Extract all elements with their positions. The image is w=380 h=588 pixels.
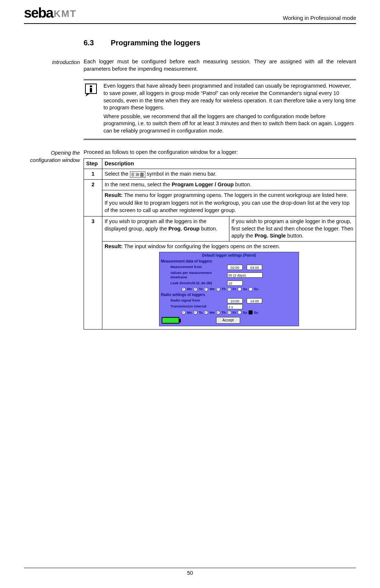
section-number: 6.3	[84, 38, 94, 48]
cw-days-row-2: ✓Mo ✓Tu ✓We ✓Th ✓Fr Sa Su	[159, 310, 299, 316]
col-step: Step	[84, 158, 102, 169]
note-p1: Even loggers that have already been prog…	[103, 82, 356, 111]
logo-seba: seba	[24, 4, 53, 22]
page-header: seba KMT Working in Professional mode	[24, 4, 356, 24]
battery-icon	[162, 317, 179, 324]
cw-radio-from-b: 14:00	[247, 298, 262, 303]
step-2-result: Result: The menu for logger programming …	[102, 190, 356, 216]
step-2-num: 2	[84, 180, 102, 216]
cw-title: Default logger settings (Patrol)	[159, 252, 299, 259]
cw-days-row-1: ✓Mo ✓Tu ✓We ✓Th ✓Fr Sa Su	[159, 286, 299, 292]
svg-rect-3	[141, 173, 143, 176]
col-desc: Description	[102, 158, 356, 169]
section-heading: 6.3 Programming the loggers	[84, 38, 356, 48]
cw-section-radio: Radio settings of loggers	[159, 292, 299, 298]
step-3-num: 3	[84, 216, 102, 330]
table-row: Result: The input window for configuring…	[84, 241, 356, 329]
cw-vals-label: Values per measurement timeframe	[170, 271, 226, 280]
svg-rect-2	[90, 88, 92, 92]
table-row: Result: The menu for logger programming …	[84, 190, 356, 216]
logo-kmt: KMT	[54, 7, 77, 20]
opening-lead: Proceed as follows to open the configura…	[84, 149, 356, 156]
margin-opening-label: Opening the configuration window	[24, 149, 80, 330]
steps-table: Step Description 1 Select the	[84, 158, 356, 330]
margin-intro-label: Introduction	[24, 58, 80, 140]
cw-vals-val: 50 (2 days)	[227, 272, 263, 278]
step-1-num: 1	[84, 169, 102, 180]
step-2-desc: In the next menu, select the Program Log…	[102, 180, 356, 190]
cw-tx-label: Transmission interval	[170, 304, 226, 309]
table-row: 1 Select the symbol in the main menu	[84, 169, 356, 180]
wireless-menu-icon	[130, 171, 145, 178]
table-row: 2 In the next menu, select the Program L…	[84, 180, 356, 190]
config-window-screenshot: Default logger settings (Patrol) Measure…	[159, 252, 299, 326]
page-number: 50	[187, 570, 193, 576]
section-title: Programming the loggers	[111, 38, 200, 48]
cw-radio-from-a: 10:00	[227, 298, 243, 303]
step-3-desc: If you wish to program all the loggers i…	[102, 216, 356, 242]
note-p2: Where possible, we recommend that all th…	[103, 113, 356, 135]
note-box: Even loggers that have already been prog…	[84, 79, 356, 140]
cw-leak-val: 10	[227, 281, 243, 286]
step-1-desc: Select the symbol in the main menu bar.	[102, 169, 356, 180]
info-icon	[84, 82, 100, 97]
cw-leak-label: Leak threshold (0..60 dB)	[170, 281, 226, 286]
cw-meas-from-b: 04:00	[247, 265, 262, 270]
header-mode: Working in Professional mode	[283, 14, 356, 22]
cw-section-measurement: Measurement data of loggers	[159, 258, 299, 264]
intro-text: Each logger must be configured before ea…	[84, 58, 356, 73]
table-row: 3 If you wish to program all the loggers…	[84, 216, 356, 242]
step-3-result: Result: The input window for configuring…	[102, 241, 356, 329]
cw-meas-from-a: 02:00	[227, 265, 243, 270]
svg-rect-1	[90, 85, 92, 87]
cw-radio-from-label: Radio signal from	[170, 298, 226, 303]
cw-meas-from-label: Measurement from	[170, 265, 226, 270]
logo: seba KMT	[24, 4, 77, 22]
page-footer: 50	[24, 568, 356, 577]
cw-tx-val: 2 s	[227, 304, 243, 309]
accept-button: Accept	[216, 317, 240, 324]
